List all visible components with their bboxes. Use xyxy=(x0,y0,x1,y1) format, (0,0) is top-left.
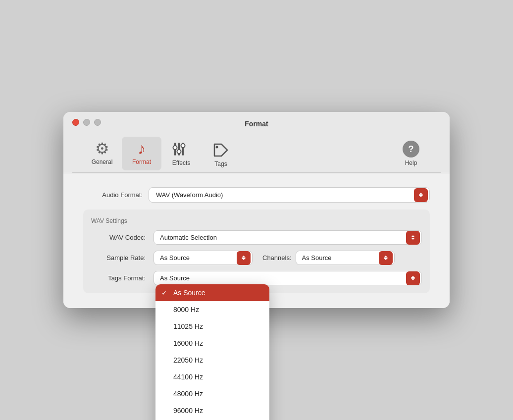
toolbar-label-effects: Effects xyxy=(172,159,190,166)
toolbar-label-help: Help xyxy=(405,159,417,166)
sample-rate-select[interactable]: As Source xyxy=(154,251,253,265)
dropdown-item-48000hz[interactable]: 48000 Hz xyxy=(155,385,269,402)
toolbar-label-tags: Tags xyxy=(214,160,227,167)
minimize-button[interactable] xyxy=(83,119,90,126)
sample-rate-dropdown: As Source 8000 Hz 11025 Hz 16000 Hz 2205… xyxy=(155,284,269,420)
sliders-icon xyxy=(172,141,191,158)
channels-select[interactable]: As Source xyxy=(296,251,395,265)
dropdown-item-22050hz[interactable]: 22050 Hz xyxy=(155,352,269,368)
tag-icon xyxy=(211,141,230,158)
svg-point-6 xyxy=(216,146,218,149)
svg-point-3 xyxy=(173,146,177,150)
wav-settings-section: WAV Settings WAV Codec: Automatic Select… xyxy=(83,210,430,293)
tags-format-label: Tags Format: xyxy=(91,274,146,282)
toolbar-item-help[interactable]: ? Help xyxy=(391,137,431,171)
audio-format-row: Audio Format: WAV (Waveform Audio) xyxy=(83,187,430,203)
toolbar-item-effects[interactable]: Effects xyxy=(161,137,201,171)
dropdown-item-as-source[interactable]: As Source xyxy=(155,284,269,301)
wav-codec-select-wrapper: Automatic Selection xyxy=(154,230,422,245)
main-window: Format ⚙ General ♪ Format xyxy=(63,112,450,308)
dropdown-item-8000hz[interactable]: 8000 Hz xyxy=(155,301,269,318)
tags-format-row: Tags Format: As Source xyxy=(91,271,422,285)
tags-format-select-wrapper: As Source xyxy=(154,271,422,285)
toolbar-item-tags[interactable]: Tags xyxy=(201,137,241,172)
wav-settings-title: WAV Settings xyxy=(91,217,422,224)
sample-rate-row: Sample Rate: As Source Channels: xyxy=(91,251,422,265)
dropdown-item-11025hz[interactable]: 11025 Hz xyxy=(155,318,269,335)
dropdown-item-16000hz[interactable]: 16000 Hz xyxy=(155,335,269,352)
toolbar-item-format[interactable]: ♪ Format xyxy=(122,137,161,170)
audio-format-select[interactable]: WAV (Waveform Audio) xyxy=(149,187,430,203)
toolbar-label-format: Format xyxy=(132,158,151,165)
tags-format-select[interactable]: As Source xyxy=(154,271,422,285)
svg-point-5 xyxy=(181,144,185,148)
help-icon: ? xyxy=(403,141,419,158)
svg-point-4 xyxy=(177,150,181,154)
sample-rate-select-wrapper: As Source xyxy=(154,251,253,265)
dropdown-item-96000hz[interactable]: 96000 Hz xyxy=(155,402,269,419)
wav-codec-row: WAV Codec: Automatic Selection xyxy=(91,230,422,245)
channels-label: Channels: xyxy=(262,254,292,262)
wav-codec-label: WAV Codec: xyxy=(91,234,146,241)
maximize-button[interactable] xyxy=(94,119,101,126)
music-icon: ♪ xyxy=(138,141,146,157)
audio-format-select-wrapper: WAV (Waveform Audio) xyxy=(149,187,430,203)
toolbar: ⚙ General ♪ Format xyxy=(72,131,441,173)
toolbar-item-general[interactable]: ⚙ General xyxy=(82,137,122,170)
close-button[interactable] xyxy=(72,119,79,126)
dropdown-item-44100hz[interactable]: 44100 Hz xyxy=(155,368,269,385)
toolbar-label-general: General xyxy=(92,158,113,165)
channels-select-wrapper: As Source xyxy=(296,251,395,265)
audio-format-label: Audio Format: xyxy=(83,191,143,199)
sample-rate-label: Sample Rate: xyxy=(91,254,146,262)
window-title: Format xyxy=(245,120,268,128)
channels-group: Channels: As Source xyxy=(262,251,352,265)
title-bar: Format ⚙ General ♪ Format xyxy=(63,112,450,173)
gear-icon: ⚙ xyxy=(95,141,109,157)
wav-codec-select[interactable]: Automatic Selection xyxy=(154,230,422,245)
content-area: Audio Format: WAV (Waveform Audio) WAV S… xyxy=(63,173,450,308)
